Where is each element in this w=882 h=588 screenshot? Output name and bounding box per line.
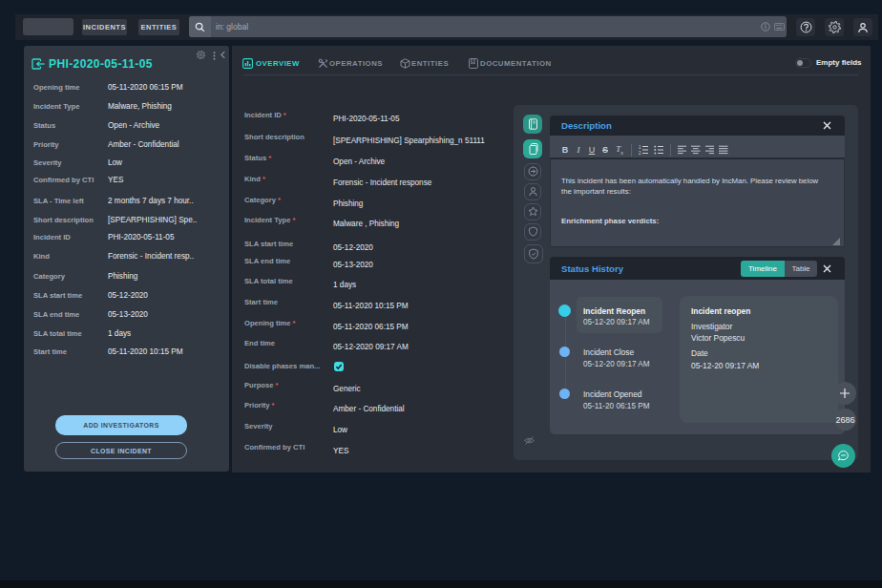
svg-text:2: 2 (639, 151, 641, 155)
svg-text:1: 1 (639, 145, 641, 150)
